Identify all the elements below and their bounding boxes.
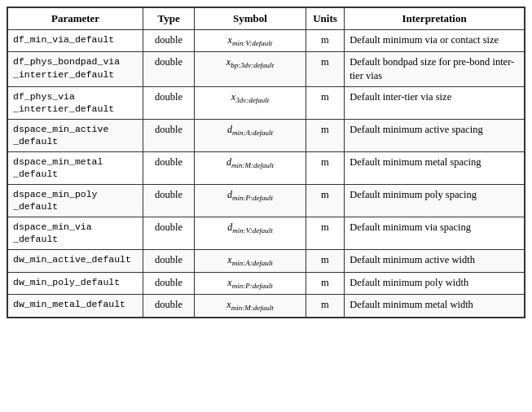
cell-interpretation: Default minimum poly width bbox=[345, 272, 525, 295]
table-row: dw_min_poly_defaultdoublexmin:P:defaultm… bbox=[8, 272, 525, 295]
cell-symbol: xmin:A:default bbox=[195, 249, 306, 272]
cell-interpretation: Default inter-tier via size bbox=[345, 86, 525, 119]
cell-symbol: dmin:A:default bbox=[195, 119, 306, 151]
cell-type: double bbox=[143, 217, 195, 249]
cell-parameter: dw_min_metal_default bbox=[8, 295, 143, 318]
cell-type: double bbox=[143, 184, 195, 217]
table-row: dspace_min_poly_defaultdoubledmin:P:defa… bbox=[8, 184, 525, 217]
cell-symbol: xmin:M:default bbox=[195, 295, 306, 318]
header-parameter: Parameter bbox=[8, 8, 143, 30]
cell-type: double bbox=[143, 151, 195, 184]
cell-type: double bbox=[143, 52, 195, 87]
cell-interpretation: Default minimum metal width bbox=[345, 295, 525, 318]
table-row: dspace_min_via_defaultdoubledmin:V:defau… bbox=[8, 217, 525, 249]
cell-parameter: df_phys_via_intertier_default bbox=[8, 86, 143, 119]
cell-type: double bbox=[143, 119, 195, 151]
cell-interpretation: Default minimum via spacing bbox=[345, 217, 525, 249]
table-row: dspace_min_active_defaultdoubledmin:A:de… bbox=[8, 119, 525, 151]
cell-units: m bbox=[306, 52, 344, 87]
cell-symbol: xmin:P:default bbox=[195, 272, 306, 295]
cell-units: m bbox=[306, 184, 344, 217]
main-table: Parameter Type Symbol Units Interpretati… bbox=[7, 7, 525, 318]
cell-parameter: df_phys_bondpad_via_intertier_default bbox=[8, 52, 143, 87]
cell-symbol: dmin:V:default bbox=[195, 217, 306, 249]
cell-interpretation: Default minimum poly spacing bbox=[345, 184, 525, 217]
header-symbol: Symbol bbox=[195, 8, 306, 30]
cell-symbol: x3dv:default bbox=[195, 86, 306, 119]
cell-type: double bbox=[143, 249, 195, 272]
cell-interpretation: Default minimum via or contact size bbox=[345, 29, 525, 52]
table-row: dspace_min_metal_defaultdoubledmin:M:def… bbox=[8, 151, 525, 184]
cell-type: double bbox=[143, 295, 195, 318]
cell-interpretation: Default minimum active width bbox=[345, 249, 525, 272]
cell-symbol: xbp:3dv:default bbox=[195, 52, 306, 87]
cell-units: m bbox=[306, 295, 344, 318]
table-row: dw_min_active_defaultdoublexmin:A:defaul… bbox=[8, 249, 525, 272]
cell-parameter: dspace_min_via_default bbox=[8, 217, 143, 249]
cell-parameter: dspace_min_poly_default bbox=[8, 184, 143, 217]
header-type: Type bbox=[143, 8, 195, 30]
cell-type: double bbox=[143, 29, 195, 52]
cell-units: m bbox=[306, 151, 344, 184]
cell-interpretation: Default minimum active spacing bbox=[345, 119, 525, 151]
cell-symbol: dmin:P:default bbox=[195, 184, 306, 217]
cell-parameter: df_min_via_default bbox=[8, 29, 143, 52]
header-interpretation: Interpretation bbox=[345, 8, 525, 30]
cell-units: m bbox=[306, 119, 344, 151]
cell-parameter: dw_min_poly_default bbox=[8, 272, 143, 295]
cell-units: m bbox=[306, 249, 344, 272]
table-row: df_phys_bondpad_via_intertier_defaultdou… bbox=[8, 52, 525, 87]
cell-interpretation: Default minimum metal spacing bbox=[345, 151, 525, 184]
cell-parameter: dspace_min_metal_default bbox=[8, 151, 143, 184]
cell-units: m bbox=[306, 272, 344, 295]
cell-symbol: xmin:V:default bbox=[195, 29, 306, 52]
table-row: df_min_via_defaultdoublexmin:V:defaultmD… bbox=[8, 29, 525, 52]
cell-units: m bbox=[306, 29, 344, 52]
cell-type: double bbox=[143, 86, 195, 119]
table-row: df_phys_via_intertier_defaultdoublex3dv:… bbox=[8, 86, 525, 119]
cell-units: m bbox=[306, 86, 344, 119]
cell-parameter: dspace_min_active_default bbox=[8, 119, 143, 151]
cell-parameter: dw_min_active_default bbox=[8, 249, 143, 272]
cell-type: double bbox=[143, 272, 195, 295]
cell-interpretation: Default bondpad size for pre-bond inter-… bbox=[345, 52, 525, 87]
cell-units: m bbox=[306, 217, 344, 249]
table-row: dw_min_metal_defaultdoublexmin:M:default… bbox=[8, 295, 525, 318]
cell-symbol: dmin:M:default bbox=[195, 151, 306, 184]
header-units: Units bbox=[306, 8, 344, 30]
